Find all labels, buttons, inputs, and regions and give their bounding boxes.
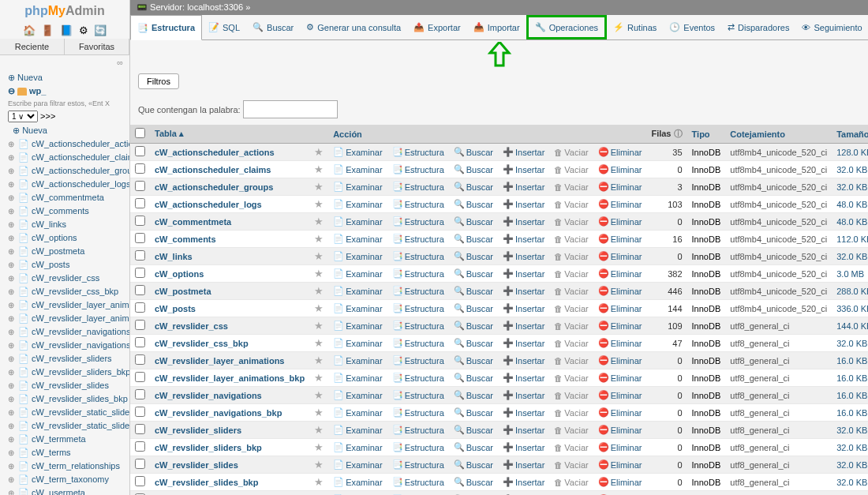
tab-buscar[interactable]: 🔍Buscar	[246, 15, 300, 39]
collapse-icon[interactable]: ∞	[0, 55, 129, 69]
table-name-link[interactable]: cW_revslider_css_bkp	[155, 339, 249, 348]
logout-icon[interactable]: 🚪	[41, 24, 54, 36]
action-browse[interactable]: 📄 Examinar	[333, 442, 382, 452]
home-icon[interactable]: 🏠	[23, 24, 36, 36]
tree-table[interactable]: ⊕ 📄 cW_revslider_css_bkp	[5, 285, 129, 298]
tree-table[interactable]: ⊕ 📄 cW_revslider_slides_bkp	[5, 392, 129, 406]
action-drop[interactable]: ⛔ Eliminar	[598, 373, 642, 383]
action-insert[interactable]: ➕ Insertar	[503, 147, 544, 157]
tree-table[interactable]: ⊕ 📄 cW_commentmeta	[5, 191, 129, 204]
row-checkbox[interactable]	[135, 250, 145, 261]
action-structure[interactable]: 📑 Estructura	[392, 164, 444, 174]
action-browse[interactable]: 📄 Examinar	[333, 268, 382, 279]
tree-new-table[interactable]: ⊕ Nueva	[5, 124, 129, 137]
favorite-star-icon[interactable]: ★	[314, 476, 324, 488]
row-checkbox[interactable]	[135, 441, 145, 452]
row-checkbox[interactable]	[135, 389, 145, 399]
action-search[interactable]: 🔍 Buscar	[454, 321, 493, 331]
tree-table[interactable]: ⊕ 📄 cW_termmeta	[5, 433, 129, 446]
action-empty[interactable]: 🗑 Vaciar	[554, 165, 588, 174]
docs-icon[interactable]: 📘	[60, 24, 73, 36]
col-table[interactable]: Tabla ▴	[150, 125, 309, 144]
action-empty[interactable]: 🗑 Vaciar	[554, 234, 588, 244]
table-name-link[interactable]: cW_postmeta	[155, 287, 211, 296]
tree-table[interactable]: ⊕ 📄 cW_usermeta	[5, 486, 129, 495]
action-search[interactable]: 🔍 Buscar	[454, 338, 493, 348]
action-browse[interactable]: 📄 Examinar	[333, 355, 382, 366]
row-checkbox[interactable]	[135, 459, 145, 469]
row-checkbox[interactable]	[135, 216, 145, 226]
action-structure[interactable]: 📑 Estructura	[392, 199, 444, 209]
action-empty[interactable]: 🗑 Vaciar	[554, 460, 588, 470]
action-drop[interactable]: ⛔ Eliminar	[598, 182, 642, 192]
action-empty[interactable]: 🗑 Vaciar	[554, 373, 588, 383]
col-size[interactable]: Tamaño	[832, 125, 868, 144]
table-name-link[interactable]: cW_commentmeta	[155, 217, 231, 227]
action-browse[interactable]: 📄 Examinar	[333, 407, 382, 418]
action-search[interactable]: 🔍 Buscar	[454, 425, 493, 435]
action-structure[interactable]: 📑 Estructura	[392, 268, 444, 279]
action-browse[interactable]: 📄 Examinar	[333, 286, 382, 296]
action-search[interactable]: 🔍 Buscar	[454, 373, 493, 383]
action-insert[interactable]: ➕ Insertar	[503, 373, 544, 383]
favorite-star-icon[interactable]: ★	[314, 389, 324, 401]
action-drop[interactable]: ⛔ Eliminar	[598, 459, 642, 470]
action-browse[interactable]: 📄 Examinar	[333, 303, 382, 313]
logo[interactable]: phpMyAdmin	[0, 0, 129, 22]
tree-table[interactable]: ⊕ 📄 cW_term_relationships	[5, 459, 129, 473]
favorite-star-icon[interactable]: ★	[314, 146, 324, 158]
action-empty[interactable]: 🗑 Vaciar	[554, 182, 588, 192]
action-search[interactable]: 🔍 Buscar	[454, 407, 493, 418]
favorite-star-icon[interactable]: ★	[314, 407, 324, 418]
tree-table[interactable]: ⊕ 📄 cW_postmeta	[5, 245, 129, 258]
action-drop[interactable]: ⛔ Eliminar	[598, 268, 642, 279]
action-structure[interactable]: 📑 Estructura	[392, 251, 444, 261]
action-empty[interactable]: 🗑 Vaciar	[554, 304, 588, 313]
favorite-star-icon[interactable]: ★	[314, 250, 324, 262]
select-all-checkbox[interactable]	[135, 128, 145, 138]
tree-table[interactable]: ⊕ 📄 cW_options	[5, 231, 129, 245]
tab-eventos[interactable]: 🕒Eventos	[663, 15, 721, 39]
action-browse[interactable]: 📄 Examinar	[333, 251, 382, 261]
action-insert[interactable]: ➕ Insertar	[503, 459, 544, 470]
action-empty[interactable]: 🗑 Vaciar	[554, 269, 588, 279]
table-name-link[interactable]: cW_revslider_navigations_bkp	[155, 408, 282, 418]
action-drop[interactable]: ⛔ Eliminar	[598, 286, 642, 296]
action-structure[interactable]: 📑 Estructura	[392, 442, 444, 452]
table-name-link[interactable]: cW_comments	[155, 234, 216, 244]
favorite-star-icon[interactable]: ★	[314, 459, 324, 471]
tab-rutinas[interactable]: ⚡Rutinas	[607, 15, 663, 39]
action-browse[interactable]: 📄 Examinar	[333, 425, 382, 435]
tab-operaciones[interactable]: 🔧Operaciones	[526, 15, 607, 39]
table-name-link[interactable]: cW_links	[155, 252, 193, 261]
tree-table[interactable]: ⊕ 📄 cW_actionscheduler_claim	[5, 151, 129, 164]
row-checkbox[interactable]	[135, 320, 145, 330]
favorite-star-icon[interactable]: ★	[314, 424, 324, 436]
action-search[interactable]: 🔍 Buscar	[454, 182, 493, 192]
action-search[interactable]: 🔍 Buscar	[454, 459, 493, 470]
tab-estructura[interactable]: 📑Estructura	[130, 15, 202, 40]
action-empty[interactable]: 🗑 Vaciar	[554, 148, 588, 157]
row-checkbox[interactable]	[135, 337, 145, 347]
tree-new-db[interactable]: ⊕ Nueva	[5, 71, 129, 84]
col-collation[interactable]: Cotejamiento	[725, 125, 832, 144]
action-insert[interactable]: ➕ Insertar	[503, 338, 544, 348]
table-name-link[interactable]: cW_actionscheduler_groups	[155, 182, 273, 192]
action-search[interactable]: 🔍 Buscar	[454, 442, 493, 452]
action-insert[interactable]: ➕ Insertar	[503, 251, 544, 261]
action-drop[interactable]: ⛔ Eliminar	[598, 164, 642, 174]
table-name-link[interactable]: cW_revslider_layer_animations	[155, 356, 284, 366]
tab-disparadores[interactable]: ⇄Disparadores	[721, 15, 795, 39]
action-drop[interactable]: ⛔ Eliminar	[598, 251, 642, 261]
row-checkbox[interactable]	[135, 302, 145, 313]
tree-table[interactable]: ⊕ 📄 cW_links	[5, 218, 129, 231]
action-insert[interactable]: ➕ Insertar	[503, 303, 544, 313]
favorite-star-icon[interactable]: ★	[314, 372, 324, 384]
action-browse[interactable]: 📄 Examinar	[333, 459, 382, 470]
table-name-link[interactable]: cW_revslider_slides_bkp	[155, 478, 258, 487]
action-empty[interactable]: 🗑 Vaciar	[554, 252, 588, 261]
action-insert[interactable]: ➕ Insertar	[503, 425, 544, 435]
action-browse[interactable]: 📄 Examinar	[333, 199, 382, 209]
action-empty[interactable]: 🗑 Vaciar	[554, 339, 588, 348]
col-rows[interactable]: Filas ⓘ	[646, 125, 687, 144]
